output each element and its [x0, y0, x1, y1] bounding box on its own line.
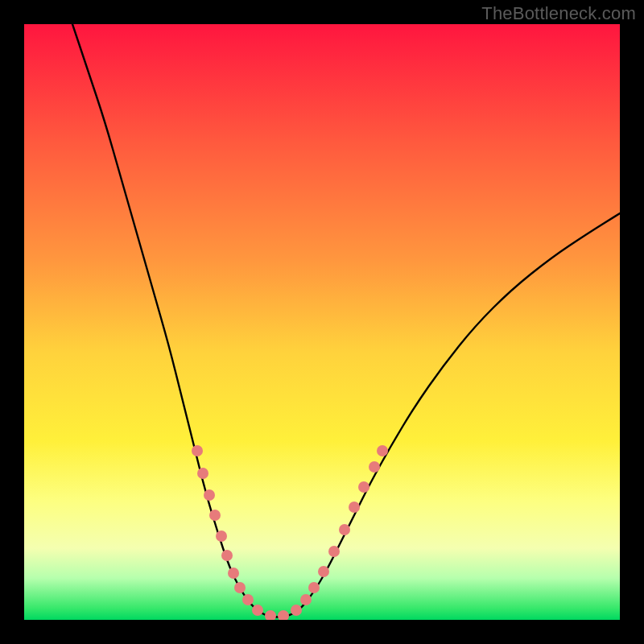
dot — [339, 524, 350, 535]
dot — [328, 546, 340, 557]
dot — [242, 594, 254, 605]
dot — [252, 605, 263, 616]
dot — [216, 530, 227, 542]
dot — [192, 445, 203, 456]
dot — [369, 461, 380, 473]
dot — [221, 550, 233, 561]
dot — [209, 510, 221, 521]
dot — [308, 582, 320, 593]
watermark-text: TheBottleneck.com — [481, 3, 636, 24]
dot — [204, 489, 215, 501]
dot — [278, 610, 289, 620]
dot — [291, 605, 302, 616]
dots-group — [192, 445, 388, 620]
plot-area — [24, 24, 620, 620]
dot — [318, 566, 329, 577]
dot — [349, 502, 360, 513]
dot — [228, 568, 239, 579]
dot — [300, 594, 312, 605]
dot — [265, 610, 276, 620]
dot — [358, 481, 369, 493]
dot — [197, 468, 208, 479]
dot — [234, 582, 246, 593]
curve-svg — [24, 24, 620, 620]
dot — [377, 445, 388, 456]
chart-frame: TheBottleneck.com — [0, 0, 644, 644]
